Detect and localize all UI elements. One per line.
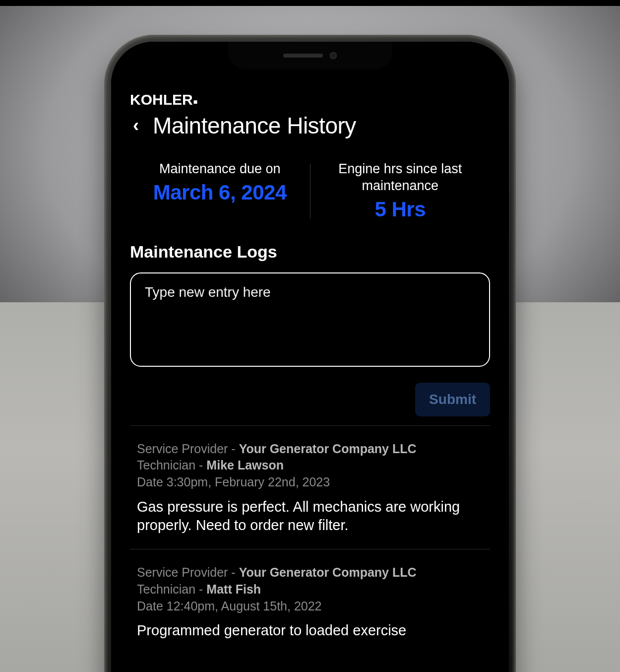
stat-hours-label: Engine hrs since last maintenance xyxy=(315,161,486,195)
page-title: Maintenance History xyxy=(153,112,356,139)
log-date-line: Date 3:30pm, February 22nd, 2023 xyxy=(137,474,483,491)
speaker-grille xyxy=(283,54,323,58)
provider-label: Service Provider - xyxy=(137,442,239,456)
provider-value: Your Generator Company LLC xyxy=(239,442,417,456)
provider-value: Your Generator Company LLC xyxy=(239,565,417,579)
brand-logo: KOHLER■ xyxy=(130,91,490,108)
submit-button[interactable]: Submit xyxy=(415,383,490,416)
technician-label: Technician - xyxy=(137,582,206,596)
back-button[interactable]: ‹ xyxy=(130,115,142,136)
date-value: 12:40pm, August 15th, 2022 xyxy=(167,599,322,613)
log-entry: Service Provider - Your Generator Compan… xyxy=(130,441,490,540)
logs-section-title: Maintenance Logs xyxy=(130,242,490,262)
horizontal-divider xyxy=(130,425,490,426)
log-provider-line: Service Provider - Your Generator Compan… xyxy=(137,564,483,581)
stat-due-label: Maintenance due on xyxy=(159,161,281,178)
stat-hours-value: 5 Hrs xyxy=(374,198,426,221)
new-entry-input[interactable] xyxy=(130,272,490,367)
horizontal-divider xyxy=(130,549,490,549)
brand-text: KOHLER xyxy=(130,91,193,108)
app-screen: KOHLER■ ‹ Maintenance History Maintenanc… xyxy=(111,42,509,672)
brand-dot-icon: ■ xyxy=(193,98,197,106)
log-provider-line: Service Provider - Your Generator Compan… xyxy=(137,441,483,458)
stats-panel: Maintenance due on March 6, 2024 Engine … xyxy=(130,161,490,221)
date-label: Date xyxy=(137,599,167,613)
chevron-left-icon: ‹ xyxy=(133,115,139,135)
log-entry: Service Provider - Your Generator Compan… xyxy=(130,564,490,645)
stat-due: Maintenance due on March 6, 2024 xyxy=(130,161,310,221)
technician-value: Matt Fish xyxy=(206,582,261,596)
stat-due-value: March 6, 2024 xyxy=(153,181,287,204)
device-notch xyxy=(228,42,392,69)
log-body: Programmed generator to loaded exercise xyxy=(137,621,483,640)
log-date-line: Date 12:40pm, August 15th, 2022 xyxy=(137,598,483,615)
log-body: Gas pressure is perfect. All mechanics a… xyxy=(137,498,483,535)
technician-label: Technician - xyxy=(137,458,206,472)
stat-hours: Engine hrs since last maintenance 5 Hrs xyxy=(310,161,491,221)
date-value: 3:30pm, February 22nd, 2023 xyxy=(167,475,330,489)
technician-value: Mike Lawson xyxy=(206,458,284,472)
log-technician-line: Technician - Matt Fish xyxy=(137,581,483,598)
phone-frame: KOHLER■ ‹ Maintenance History Maintenanc… xyxy=(104,35,516,672)
front-camera xyxy=(330,52,337,59)
log-technician-line: Technician - Mike Lawson xyxy=(137,457,483,474)
date-label: Date xyxy=(137,475,167,489)
provider-label: Service Provider - xyxy=(137,565,239,579)
